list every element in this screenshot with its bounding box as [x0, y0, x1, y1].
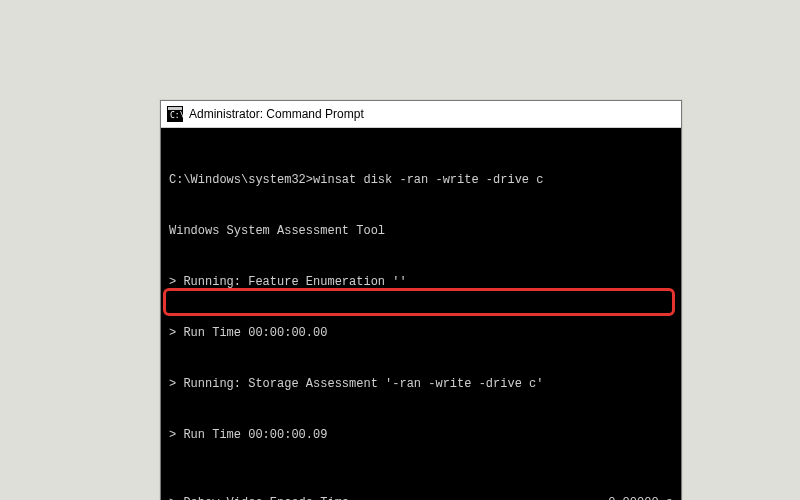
titlebar[interactable]: C:\ Administrator: Command Prompt	[161, 101, 681, 128]
cmd-icon: C:\	[167, 106, 183, 122]
window-title: Administrator: Command Prompt	[189, 107, 364, 121]
svg-rect-1	[168, 107, 182, 110]
terminal-output[interactable]: C:\Windows\system32>winsat disk -ran -wr…	[161, 128, 681, 500]
svg-text:C:\: C:\	[170, 111, 183, 120]
annotation-highlight-box	[163, 288, 675, 316]
output-line: > Run Time 00:00:00.09	[169, 427, 673, 444]
timing-value: 0.00000 s	[573, 495, 673, 500]
entered-command: winsat disk -ran -write -drive c	[313, 173, 543, 187]
timing-label: > Dshow Video Encode Time	[169, 495, 349, 500]
prompt: C:\Windows\system32>	[169, 173, 313, 187]
timing-row: > Dshow Video Encode Time 0.00000 s	[169, 495, 673, 500]
command-prompt-window: C:\ Administrator: Command Prompt C:\Win…	[160, 100, 682, 500]
output-line: Windows System Assessment Tool	[169, 223, 673, 240]
prompt-line: C:\Windows\system32>winsat disk -ran -wr…	[169, 172, 673, 189]
output-line: > Running: Storage Assessment '-ran -wri…	[169, 376, 673, 393]
output-line: > Running: Feature Enumeration ''	[169, 274, 673, 291]
output-line: > Run Time 00:00:00.00	[169, 325, 673, 342]
